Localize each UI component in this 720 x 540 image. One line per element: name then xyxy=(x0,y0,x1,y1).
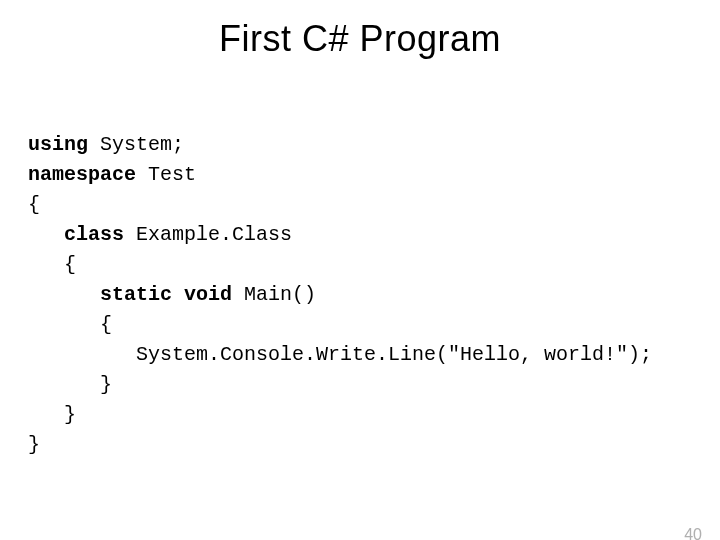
brace: { xyxy=(28,193,40,216)
slide-title: First C# Program xyxy=(0,18,720,60)
code-body: System.Console.Write.Line("Hello, world!… xyxy=(28,343,652,366)
code-text: Example.Class xyxy=(124,223,292,246)
brace: { xyxy=(28,253,76,276)
keyword-namespace: namespace xyxy=(28,163,136,186)
page-number: 40 xyxy=(684,526,702,540)
code-text: Main() xyxy=(232,283,316,306)
indent xyxy=(28,223,64,246)
slide: First C# Program using System; namespace… xyxy=(0,18,720,540)
code-text: System; xyxy=(88,133,184,156)
indent xyxy=(28,283,100,306)
brace: } xyxy=(28,403,76,426)
code-text: Test xyxy=(136,163,196,186)
keyword-class: class xyxy=(64,223,124,246)
brace: { xyxy=(28,313,112,336)
brace: } xyxy=(28,373,112,396)
brace: } xyxy=(28,433,40,456)
code-block: using System; namespace Test { class Exa… xyxy=(28,130,652,460)
keyword-using: using xyxy=(28,133,88,156)
keyword-static-void: static void xyxy=(100,283,232,306)
